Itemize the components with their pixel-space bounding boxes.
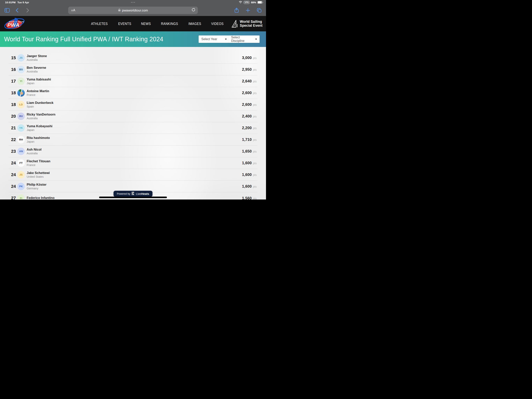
athlete-name: Federico Infantino [27,196,55,200]
rank-number: 16 [11,67,17,72]
page-banner: World Tour Ranking Full Unified PWA / IW… [0,31,266,47]
ranking-row[interactable]: 24PKPhilip KösterGermany1,600pts [9,180,257,192]
ranking-row[interactable]: 18LDLiam DunkerbeckSpain2,600pts [9,99,257,110]
ranking-row[interactable]: 21YKYuma KobayashiJapan2,200pts [9,122,257,134]
athlete-name: Yuma Kobayashi [27,124,52,128]
liveheats-badge[interactable]: Powered by LiveHeats [114,191,152,197]
back-button[interactable] [16,8,19,13]
athlete-country: Spain [27,105,54,108]
ranking-row[interactable]: 17YIYuma ItabisashiJapan2,640pts [9,75,257,87]
ranking-row[interactable]: 24FTFlechet TitouanFrance1,600pts [9,157,257,169]
points-value: 2,200 [242,126,252,130]
athlete-name: Flechet Titouan [27,159,51,163]
points-value: 1,600 [242,184,252,189]
athlete-name: Antoine Martin [27,89,49,93]
nav-item-images[interactable]: IMAGES [189,22,201,26]
wifi-icon [239,1,242,4]
battery-icon [257,1,262,4]
share-button[interactable] [234,8,239,13]
athlete-country: France [27,94,49,97]
points-value: 3,000 [242,56,252,60]
points-value: 1,560 [242,196,252,200]
discipline-select[interactable]: Select Discipline ▼ [228,35,260,43]
athlete-name: Ricky VanDertoorn [27,113,56,116]
rank-number: 18 [11,90,17,96]
multitask-dots-icon[interactable] [131,2,135,3]
main-menu: ATHLETESEVENTSNEWSRANKINGSIMAGESVIDEOS [89,22,225,26]
liveheats-icon [132,192,134,196]
rank-number: 24 [11,172,17,177]
athlete-country: Australia [27,117,56,120]
athlete-name: Philip Köster [27,183,47,187]
athlete-name: Ben Severne [27,66,46,70]
points-unit: pts [253,174,257,176]
athlete-initials-avatar: RV [17,113,25,120]
points-value: 1,600 [242,172,252,177]
athlete-name: Rita hashimoto [27,136,50,140]
athlete-country: France [27,164,51,167]
ranking-row[interactable]: 23ANAsh NicolAustralia1,650pts [9,146,257,157]
athlete-initials-avatar: YI [17,77,25,85]
ranking-row[interactable]: 15JSJaeger StoneAustralia3,000pts [9,52,257,64]
ws-logo-line2: Special Event [240,24,262,28]
pwa-world-tour-logo[interactable]: WORLD TOUR PWA [3,17,26,31]
sail-icon [231,20,238,28]
nav-item-rankings[interactable]: RANKINGS [161,22,178,26]
points-value: 2,600 [242,90,252,95]
athlete-country: Japan [27,140,50,143]
athlete-name: Jaeger Stone [27,54,47,58]
athlete-initials-avatar: BS [17,66,25,73]
points-unit: pts [253,68,257,71]
athlete-name: Liam Dunkerbeck [27,101,54,105]
athlete-country: Australia [27,58,47,62]
athlete-country: Germany [27,187,47,190]
athlete-country: Japan [27,82,51,85]
athlete-initials-avatar: FT [17,159,25,167]
points-value: 2,640 [242,79,252,83]
rank-number: 17 [11,79,17,84]
reader-options-button[interactable]: AA [68,8,75,12]
athlete-initials-avatar: YK [17,124,25,132]
new-tab-button[interactable] [246,8,250,13]
lock-icon [118,8,121,12]
address-bar[interactable]: AA pwaworldtour.com [68,7,198,14]
athlete-country: United States [27,175,50,179]
athlete-name: Yuma Itabisashi [27,77,51,81]
ranking-list: 15JSJaeger StoneAustralia3,000pts16BSBen… [0,47,266,200]
home-indicator[interactable] [99,197,167,198]
points-unit: pts [253,185,257,188]
athlete-initials-avatar: RH [17,136,25,143]
battery-percent: 88% [251,1,256,4]
points-unit: pts [253,150,257,153]
points-value: 2,400 [242,114,252,118]
world-sailing-logo[interactable]: World Sailing Special Event [231,20,262,28]
points-value: 1,650 [242,149,252,154]
clock: 10:01PM [5,1,16,4]
ranking-row[interactable]: 22RHRita hashimotoJapan1,710pts [9,134,257,146]
points-value: 2,950 [242,67,252,72]
nav-item-athletes[interactable]: ATHLETES [91,22,108,26]
chevron-down-icon: ▼ [225,38,227,40]
points-unit: pts [253,80,257,83]
points-unit: pts [253,115,257,118]
ws-logo-line1: World Sailing [240,20,262,24]
points-unit: pts [253,91,257,95]
nav-item-news[interactable]: NEWS [141,22,151,26]
rank-number: 21 [11,125,17,130]
athlete-initials-avatar: FI [17,194,25,200]
reload-button[interactable] [192,8,195,13]
site-header: WORLD TOUR PWA ATHLETESEVENTSNEWSRANKING… [0,16,266,31]
forward-button[interactable] [26,8,29,13]
tabs-overview-button[interactable] [257,8,262,13]
year-select[interactable]: Select Year ▼ [199,35,229,43]
sidebar-toggle-button[interactable] [5,8,10,13]
nav-item-videos[interactable]: VIDEOS [211,22,223,26]
points-value: 2,600 [242,102,252,107]
rank-number: 27 [11,196,17,200]
nav-item-events[interactable]: EVENTS [118,22,131,26]
ranking-row[interactable]: 18Antoine MartinFrance2,600pts [9,87,257,99]
ranking-row[interactable]: 24JSJake SchettewiUnited States1,600pts [9,169,257,180]
ranking-row[interactable]: 16BSBen SeverneAustralia2,950pts [9,64,257,75]
ranking-row[interactable]: 20RVRicky VanDertoornAustralia2,400pts [9,110,257,122]
vpn-badge: VPN [244,1,250,4]
